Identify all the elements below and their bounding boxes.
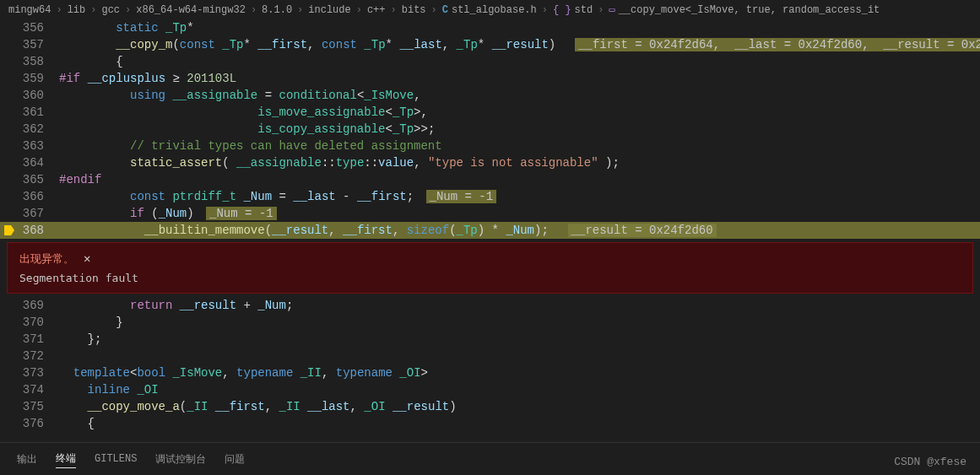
chevron-right-icon: › — [391, 4, 397, 16]
inline-hint: _Num = -1 — [426, 190, 497, 203]
line-number: 365 — [0, 171, 59, 188]
tab-problems[interactable]: 问题 — [225, 451, 245, 468]
line-number: 366 — [0, 188, 59, 205]
breadcrumb: mingw64› lib› gcc› x86_64-w64-mingw32› 8… — [0, 0, 980, 19]
breadcrumb-part[interactable]: gcc — [101, 4, 120, 16]
line-number: 364 — [0, 154, 59, 171]
breadcrumb-file[interactable]: stl_algobase.h — [452, 4, 537, 16]
code-line: 376 { — [0, 415, 980, 432]
breadcrumb-part[interactable]: x86_64-w64-mingw32 — [136, 4, 246, 16]
chevron-right-icon: › — [251, 4, 257, 16]
exception-title: 出现异常。 — [19, 251, 961, 267]
tab-gitlens[interactable]: GITLENS — [95, 451, 137, 467]
code-line: 373 template<bool _IsMove, typename _II,… — [0, 364, 980, 381]
line-number: 374 — [0, 381, 59, 398]
breakpoint-current-icon — [3, 224, 15, 236]
code-line: 364 static_assert( __assignable::type::v… — [0, 154, 980, 171]
struct-icon: ▭ — [609, 3, 615, 16]
chevron-right-icon: › — [356, 4, 362, 16]
inline-hint: __first = 0x24f2d64, __last = 0x24f2d60,… — [575, 38, 980, 51]
line-number: 371 — [0, 331, 59, 348]
line-number: 368 — [0, 222, 59, 239]
breadcrumb-part[interactable]: include — [308, 4, 350, 16]
code-editor[interactable]: 356 static _Tp* 357 __copy_m(const _Tp* … — [0, 19, 980, 239]
tab-terminal[interactable]: 终端 — [56, 450, 76, 468]
line-number: 372 — [0, 348, 59, 364]
exception-message: Segmentation fault — [19, 272, 961, 284]
c-file-icon: C — [442, 4, 448, 16]
code-editor[interactable]: 369 return __result + _Num; 370 } 371 };… — [0, 297, 980, 432]
inline-hint: _Num = -1 — [206, 207, 277, 220]
breadcrumb-part[interactable]: 8.1.0 — [262, 4, 292, 16]
breadcrumb-symbol[interactable]: std — [575, 4, 593, 16]
code-line: 369 return __result + _Num; — [0, 297, 980, 314]
code-line: 365 #endif — [0, 171, 980, 188]
chevron-right-icon: › — [56, 4, 62, 16]
breadcrumb-part[interactable]: c++ — [367, 4, 386, 16]
chevron-right-icon: › — [598, 4, 604, 16]
line-number: 359 — [0, 70, 59, 87]
code-line: 361 is_move_assignable<_Tp>, — [0, 104, 980, 121]
chevron-right-icon: › — [542, 4, 548, 16]
breadcrumb-symbol[interactable]: __copy_move<_IsMove, true, random_access… — [619, 4, 880, 16]
line-number: 358 — [0, 53, 59, 70]
line-number: 362 — [0, 121, 59, 138]
tab-debug-console[interactable]: 调试控制台 — [155, 451, 206, 468]
chevron-right-icon: › — [125, 4, 131, 16]
code-line-current: 368 __builtin_memmove(__result, __first,… — [0, 222, 980, 239]
line-number: 360 — [0, 87, 59, 104]
code-line: 372 — [0, 348, 980, 364]
tab-output[interactable]: 输出 — [17, 451, 37, 468]
code-line: 357 __copy_m(const _Tp* __first, const _… — [0, 36, 980, 53]
line-number: 375 — [0, 398, 59, 415]
line-number: 373 — [0, 364, 59, 381]
line-number: 357 — [0, 36, 59, 53]
bottom-panel: 输出 终端 GITLENS 调试控制台 问题 — [0, 442, 980, 475]
code-line: 367 if (_Num) _Num = -1 — [0, 205, 980, 222]
close-icon[interactable]: ✕ — [84, 251, 90, 266]
watermark: CSDN @xfese — [894, 456, 966, 468]
line-number: 369 — [0, 297, 59, 314]
code-line: 371 }; — [0, 331, 980, 348]
code-line: 374 inline _OI — [0, 381, 980, 398]
line-number: 363 — [0, 138, 59, 154]
exception-popup: 出现异常。 ✕ Segmentation fault — [7, 242, 973, 294]
breadcrumb-part[interactable]: mingw64 — [8, 4, 51, 16]
line-number: 370 — [0, 314, 59, 331]
code-line: 363 // trivial types can have deleted as… — [0, 138, 980, 154]
code-line: 359 #if __cplusplus ≥ 201103L — [0, 70, 980, 87]
chevron-right-icon: › — [297, 4, 303, 16]
code-line: 356 static _Tp* — [0, 19, 980, 36]
line-number: 367 — [0, 205, 59, 222]
breadcrumb-part[interactable]: lib — [68, 4, 86, 16]
line-number: 376 — [0, 415, 59, 432]
breadcrumb-part[interactable]: bits — [402, 4, 426, 16]
line-number: 361 — [0, 104, 59, 121]
code-line: 375 __copy_move_a(_II __first, _II __las… — [0, 398, 980, 415]
chevron-right-icon: › — [90, 4, 96, 16]
code-line: 370 } — [0, 314, 980, 331]
code-line: 362 is_copy_assignable<_Tp>>; — [0, 121, 980, 138]
line-number: 356 — [0, 19, 59, 36]
code-line: 366 const ptrdiff_t _Num = __last - __fi… — [0, 188, 980, 205]
chevron-right-icon: › — [431, 4, 437, 16]
namespace-icon: { } — [553, 4, 571, 16]
code-line: 358 { — [0, 53, 980, 70]
code-line: 360 using __assignable = conditional<_Is… — [0, 87, 980, 104]
inline-hint: __result = 0x24f2d60 — [568, 224, 717, 237]
